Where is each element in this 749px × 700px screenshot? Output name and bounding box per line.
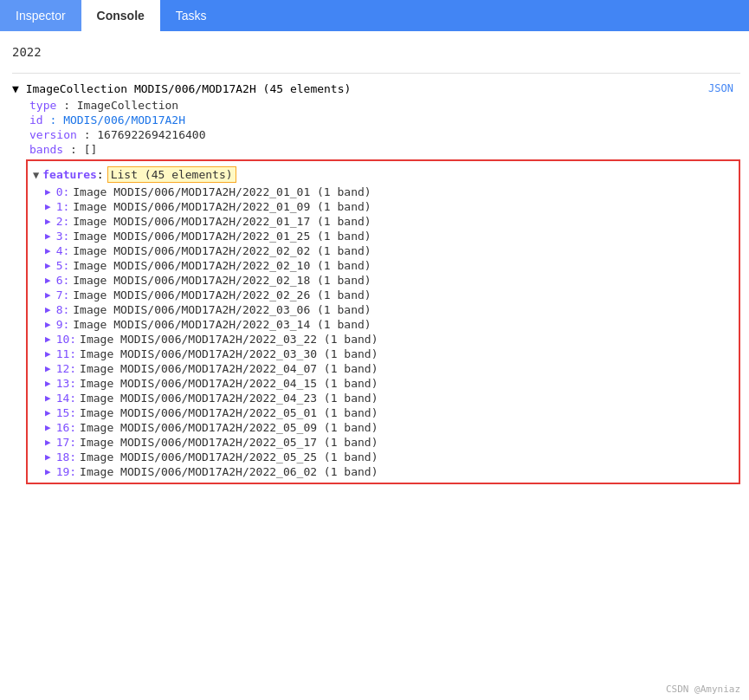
feature-item-16[interactable]: ▶16: Image MODIS/006/MOD17A2H/2022_05_09… [28, 420, 739, 435]
features-collapse-icon: ▼ [33, 169, 39, 181]
feature-expand-icon: ▶ [45, 260, 51, 271]
feature-item-8[interactable]: ▶8: Image MODIS/006/MOD17A2H/2022_03_06 … [28, 302, 739, 317]
feature-text: Image MODIS/006/MOD17A2H/2022_05_17 (1 b… [80, 436, 378, 449]
feature-expand-icon: ▶ [45, 407, 51, 418]
feature-expand-icon: ▶ [45, 201, 51, 212]
feature-item-14[interactable]: ▶14: Image MODIS/006/MOD17A2H/2022_04_23… [28, 391, 739, 405]
feature-index: 13: [56, 377, 76, 390]
bands-key: bands [29, 143, 63, 156]
feature-index: 16: [56, 421, 76, 434]
feature-item-2[interactable]: ▶2: Image MODIS/006/MOD17A2H/2022_01_17 … [28, 214, 739, 229]
version-value: : 1676922694216400 [84, 128, 206, 141]
feature-expand-icon: ▶ [45, 466, 51, 477]
collapse-arrow-icon: ▼ [12, 82, 19, 95]
feature-item-13[interactable]: ▶13: Image MODIS/006/MOD17A2H/2022_04_15… [28, 376, 739, 391]
feature-index: 1: [56, 200, 70, 213]
feature-expand-icon: ▶ [45, 363, 51, 374]
watermark: CSDN @Amyniaz [666, 684, 740, 695]
feature-index: 4: [56, 244, 70, 257]
collection-title-text: ImageCollection MODIS/006/MOD17A2H (45 e… [26, 82, 352, 95]
type-key: type [29, 99, 56, 112]
feature-item-12[interactable]: ▶12: Image MODIS/006/MOD17A2H/2022_04_07… [28, 361, 739, 376]
feature-text: Image MODIS/006/MOD17A2H/2022_05_09 (1 b… [80, 421, 378, 434]
feature-expand-icon: ▶ [45, 437, 51, 448]
feature-item-5[interactable]: ▶5: Image MODIS/006/MOD17A2H/2022_02_10 … [28, 258, 739, 273]
tab-tasks[interactable]: Tasks [160, 0, 223, 31]
feature-text: Image MODIS/006/MOD17A2H/2022_01_25 (1 b… [73, 230, 371, 243]
feature-expand-icon: ▶ [45, 275, 51, 286]
feature-expand-icon: ▶ [45, 216, 51, 227]
feature-index: 15: [56, 406, 76, 419]
feature-text: Image MODIS/006/MOD17A2H/2022_01_09 (1 b… [73, 200, 371, 213]
feature-item-19[interactable]: ▶19: Image MODIS/006/MOD17A2H/2022_06_02… [28, 464, 739, 479]
prop-version: version : 1676922694216400 [12, 128, 740, 141]
id-value: : MODIS/006/MOD17A2H [49, 113, 185, 126]
feature-expand-icon: ▶ [45, 378, 51, 389]
feature-item-11[interactable]: ▶11: Image MODIS/006/MOD17A2H/2022_03_30… [28, 347, 739, 361]
feature-text: Image MODIS/006/MOD17A2H/2022_02_26 (1 b… [73, 288, 371, 301]
id-key: id [29, 113, 43, 126]
feature-item-6[interactable]: ▶6: Image MODIS/006/MOD17A2H/2022_02_18 … [28, 273, 739, 288]
feature-text: Image MODIS/006/MOD17A2H/2022_04_15 (1 b… [80, 377, 378, 390]
feature-item-1[interactable]: ▶1: Image MODIS/006/MOD17A2H/2022_01_09 … [28, 199, 739, 214]
feature-item-7[interactable]: ▶7: Image MODIS/006/MOD17A2H/2022_02_26 … [28, 288, 739, 302]
features-colon: : [97, 168, 104, 181]
feature-expand-icon: ▶ [45, 245, 51, 256]
feature-expand-icon: ▶ [45, 319, 51, 330]
feature-item-0[interactable]: ▶0: Image MODIS/006/MOD17A2H/2022_01_01 … [28, 185, 739, 199]
feature-expand-icon: ▶ [45, 289, 51, 301]
feature-index: 12: [56, 362, 76, 375]
feature-expand-icon: ▶ [45, 186, 51, 198]
feature-expand-icon: ▶ [45, 230, 51, 242]
feature-text: Image MODIS/006/MOD17A2H/2022_04_23 (1 b… [80, 392, 378, 405]
features-list: ▶0: Image MODIS/006/MOD17A2H/2022_01_01 … [28, 185, 739, 479]
year-value: 2022 [12, 40, 740, 71]
prop-bands: bands : [] [12, 143, 740, 156]
version-key: version [29, 128, 77, 141]
feature-item-3[interactable]: ▶3: Image MODIS/006/MOD17A2H/2022_01_25 … [28, 229, 739, 243]
features-label: List (45 elements) [107, 166, 236, 183]
feature-index: 18: [56, 450, 76, 463]
feature-item-15[interactable]: ▶15: Image MODIS/006/MOD17A2H/2022_05_01… [28, 405, 739, 420]
feature-item-4[interactable]: ▶4: Image MODIS/006/MOD17A2H/2022_02_02 … [28, 243, 739, 258]
feature-text: Image MODIS/006/MOD17A2H/2022_04_07 (1 b… [80, 362, 378, 375]
feature-item-10[interactable]: ▶10: Image MODIS/006/MOD17A2H/2022_03_22… [28, 332, 739, 347]
collection-title[interactable]: ▼ ImageCollection MODIS/006/MOD17A2H (45… [12, 82, 351, 95]
features-key: features [42, 168, 97, 181]
feature-item-17[interactable]: ▶17: Image MODIS/006/MOD17A2H/2022_05_17… [28, 435, 739, 450]
feature-text: Image MODIS/006/MOD17A2H/2022_06_02 (1 b… [80, 465, 378, 478]
feature-index: 17: [56, 436, 76, 449]
feature-expand-icon: ▶ [45, 422, 51, 433]
feature-item-9[interactable]: ▶9: Image MODIS/006/MOD17A2H/2022_03_14 … [28, 317, 739, 332]
collection-header: ▼ ImageCollection MODIS/006/MOD17A2H (45… [12, 82, 740, 95]
feature-text: Image MODIS/006/MOD17A2H/2022_03_22 (1 b… [80, 333, 378, 346]
divider [12, 73, 740, 74]
feature-expand-icon: ▶ [45, 348, 51, 360]
prop-type: type : ImageCollection [12, 99, 740, 112]
feature-text: Image MODIS/006/MOD17A2H/2022_03_14 (1 b… [73, 318, 371, 331]
feature-text: Image MODIS/006/MOD17A2H/2022_02_02 (1 b… [73, 244, 371, 257]
features-section: ▼ features : List (45 elements) ▶0: Imag… [26, 159, 740, 484]
tab-inspector[interactable]: Inspector [0, 0, 81, 31]
feature-expand-icon: ▶ [45, 304, 51, 315]
feature-text: Image MODIS/006/MOD17A2H/2022_02_10 (1 b… [73, 259, 371, 272]
tab-console[interactable]: Console [81, 0, 160, 31]
content-area[interactable]: 2022 ▼ ImageCollection MODIS/006/MOD17A2… [0, 31, 749, 700]
json-link[interactable]: JSON [708, 82, 733, 94]
feature-index: 14: [56, 392, 76, 405]
tab-bar: InspectorConsoleTasks [0, 0, 749, 31]
bands-value: : [] [70, 143, 97, 156]
feature-index: 10: [56, 333, 76, 346]
feature-index: 8: [56, 303, 70, 316]
prop-id: id : MODIS/006/MOD17A2H [12, 113, 740, 126]
feature-text: Image MODIS/006/MOD17A2H/2022_05_01 (1 b… [80, 406, 378, 419]
feature-text: Image MODIS/006/MOD17A2H/2022_01_01 (1 b… [73, 185, 371, 198]
feature-text: Image MODIS/006/MOD17A2H/2022_02_18 (1 b… [73, 274, 371, 287]
features-header[interactable]: ▼ features : List (45 elements) [28, 165, 739, 185]
feature-index: 9: [56, 318, 70, 331]
feature-expand-icon: ▶ [45, 451, 51, 463]
feature-text: Image MODIS/006/MOD17A2H/2022_01_17 (1 b… [73, 215, 371, 228]
feature-index: 7: [56, 288, 70, 301]
feature-text: Image MODIS/006/MOD17A2H/2022_05_25 (1 b… [80, 450, 378, 463]
feature-item-18[interactable]: ▶18: Image MODIS/006/MOD17A2H/2022_05_25… [28, 450, 739, 464]
